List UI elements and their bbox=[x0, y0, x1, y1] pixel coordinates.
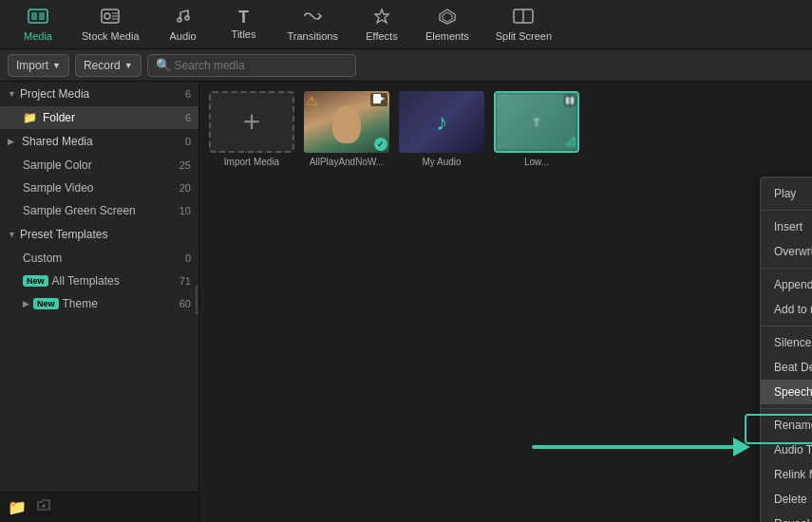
menu-insert[interactable]: Insert Shift+I bbox=[761, 214, 812, 239]
menu-rename[interactable]: Rename F2 bbox=[761, 413, 812, 438]
menu-append-label: Append bbox=[774, 278, 812, 291]
audio-icon bbox=[175, 8, 192, 28]
menu-rename-label: Rename bbox=[774, 419, 812, 432]
menu-speech-to-text[interactable]: Speech-to-Text bbox=[761, 380, 812, 404]
import-media-item[interactable]: + Import Media bbox=[209, 91, 294, 167]
sidebar-preset-templates[interactable]: ▼ Preset Templates bbox=[0, 222, 198, 247]
titles-icon: T bbox=[238, 9, 249, 26]
record-button[interactable]: Record ▼ bbox=[75, 54, 142, 77]
menu-overwrite[interactable]: Overwrite Shift+O bbox=[761, 239, 812, 264]
stock-media-icon bbox=[100, 8, 121, 28]
sample-color-label: Sample Color bbox=[23, 158, 176, 172]
menu-add-to-new-track[interactable]: Add to new track bbox=[761, 297, 812, 322]
custom-label: Custom bbox=[23, 252, 181, 265]
sample-green-screen-label: Sample Green Screen bbox=[23, 204, 176, 217]
import-label: Import bbox=[16, 59, 48, 72]
toolbar-transitions[interactable]: Transitions bbox=[276, 4, 349, 46]
toolbar-elements[interactable]: Elements bbox=[414, 4, 481, 46]
svg-rect-15 bbox=[566, 97, 569, 104]
shared-media-count: 0 bbox=[185, 136, 191, 147]
menu-divider-2 bbox=[761, 268, 812, 269]
low-thumbnail: T bbox=[496, 93, 577, 151]
all-templates-new-badge: New bbox=[23, 275, 48, 287]
allplay-media-thumb[interactable]: ⚠ ✓ bbox=[304, 91, 389, 153]
menu-relink-media[interactable]: Relink Media bbox=[761, 462, 812, 487]
toolbar-audio[interactable]: Audio bbox=[155, 4, 212, 46]
menu-relink-media-label: Relink Media bbox=[774, 468, 812, 481]
sidebar-shared-media[interactable]: ▶ Shared Media 0 bbox=[0, 129, 198, 154]
menu-silence-detection[interactable]: Silence Detection bbox=[761, 330, 812, 355]
split-screen-icon bbox=[513, 8, 534, 28]
sidebar-custom[interactable]: Custom 0 bbox=[0, 247, 198, 270]
allplay-check-icon: ✓ bbox=[374, 138, 387, 151]
theme-collapse-icon: ▶ bbox=[23, 299, 29, 308]
allplay-type-icon bbox=[370, 93, 387, 106]
menu-insert-label: Insert bbox=[774, 220, 803, 233]
sidebar-all-templates[interactable]: New All Templates 71 bbox=[0, 270, 198, 292]
sidebar-theme[interactable]: ▶ New Theme 60 bbox=[0, 292, 198, 315]
menu-reveal-in-explorer[interactable]: Reveal In Explorer Ctrl+Shift+R bbox=[761, 512, 812, 522]
menu-reveal-in-explorer-label: Reveal In Explorer bbox=[774, 517, 812, 522]
toolbar-split-screen-label: Split Screen bbox=[496, 30, 552, 42]
svg-rect-2 bbox=[39, 12, 45, 20]
low-media-thumb[interactable]: T bbox=[494, 91, 579, 153]
preset-templates-collapse-icon: ▼ bbox=[8, 230, 16, 239]
svg-point-4 bbox=[104, 13, 110, 19]
my-audio-thumb[interactable]: ♪ bbox=[399, 91, 484, 153]
toolbar-effects-label: Effects bbox=[366, 30, 397, 42]
add-folder-icon[interactable] bbox=[36, 498, 51, 516]
audio-note-icon: ♪ bbox=[436, 109, 447, 136]
sidebar-project-media[interactable]: ▼ Project Media 6 bbox=[0, 82, 198, 106]
toolbar-effects[interactable]: Effects bbox=[353, 4, 410, 46]
context-menu: Play Insert Shift+I Overwrite Shift+O Ap… bbox=[760, 177, 812, 522]
search-box[interactable]: 🔍 bbox=[147, 54, 356, 77]
effects-icon bbox=[372, 8, 391, 28]
shared-media-collapse-icon: ▶ bbox=[8, 137, 14, 146]
low-media-item[interactable]: T Low... bbox=[494, 91, 579, 167]
menu-divider-4 bbox=[761, 408, 812, 409]
menu-audio-track[interactable]: Audio Track ▶ bbox=[761, 438, 812, 462]
search-input[interactable] bbox=[175, 59, 348, 72]
arrow-container bbox=[532, 428, 750, 466]
import-media-thumb[interactable]: + bbox=[209, 91, 294, 153]
allplay-media-label: AllPlayAndNoW... bbox=[310, 157, 384, 167]
toolbar-titles-label: Titles bbox=[232, 28, 256, 40]
toolbar-audio-label: Audio bbox=[169, 30, 196, 42]
transitions-icon bbox=[302, 8, 323, 28]
menu-append[interactable]: Append bbox=[761, 272, 812, 297]
toolbar-media[interactable]: Media bbox=[9, 4, 66, 46]
all-templates-count: 71 bbox=[179, 275, 191, 287]
sidebar-sample-green-screen[interactable]: Sample Green Screen 10 bbox=[0, 199, 198, 222]
import-button[interactable]: Import ▼ bbox=[8, 54, 69, 77]
allplay-media-item[interactable]: ⚠ ✓ AllPlayAndNoW... bbox=[304, 91, 389, 167]
menu-play-label: Play bbox=[774, 187, 796, 200]
sidebar-folder[interactable]: 📁 Folder 6 bbox=[0, 106, 198, 129]
arrow-head bbox=[733, 438, 750, 457]
sample-video-label: Sample Video bbox=[23, 181, 176, 195]
sidebar-sample-color[interactable]: Sample Color 25 bbox=[0, 154, 198, 177]
all-templates-label: All Templates bbox=[52, 274, 176, 288]
media-icon bbox=[28, 8, 48, 28]
shared-media-label: Shared Media bbox=[22, 135, 181, 148]
menu-divider-3 bbox=[761, 326, 812, 326]
menu-speech-to-text-label: Speech-to-Text bbox=[774, 385, 812, 399]
toolbar-stock-media-label: Stock Media bbox=[82, 30, 140, 42]
toolbar-titles[interactable]: T Titles bbox=[216, 5, 273, 44]
menu-silence-detection-label: Silence Detection bbox=[774, 336, 812, 349]
menu-delete-label: Delete bbox=[774, 493, 807, 506]
menu-play[interactable]: Play bbox=[761, 181, 812, 206]
my-audio-media-item[interactable]: ♪ My Audio bbox=[399, 91, 484, 167]
media-grid: + Import Media bbox=[199, 82, 812, 177]
menu-beat-detection[interactable]: Beat Detection bbox=[761, 355, 812, 380]
toolbar-stock-media[interactable]: Stock Media bbox=[70, 4, 151, 46]
sidebar-sample-video[interactable]: Sample Video 20 bbox=[0, 177, 198, 199]
menu-add-to-new-track-label: Add to new track bbox=[774, 303, 812, 316]
menu-delete[interactable]: Delete Del bbox=[761, 487, 812, 512]
menu-audio-track-label: Audio Track bbox=[774, 443, 812, 457]
toolbar-split-screen[interactable]: Split Screen bbox=[484, 4, 563, 46]
sample-video-count: 20 bbox=[179, 182, 191, 194]
sample-green-screen-count: 10 bbox=[179, 205, 191, 216]
arrow-body bbox=[532, 445, 733, 449]
main-layout: ▼ Project Media 6 📁 Folder 6 ▶ Shared Me… bbox=[0, 82, 812, 522]
new-folder-icon[interactable]: 📁 bbox=[8, 498, 27, 516]
